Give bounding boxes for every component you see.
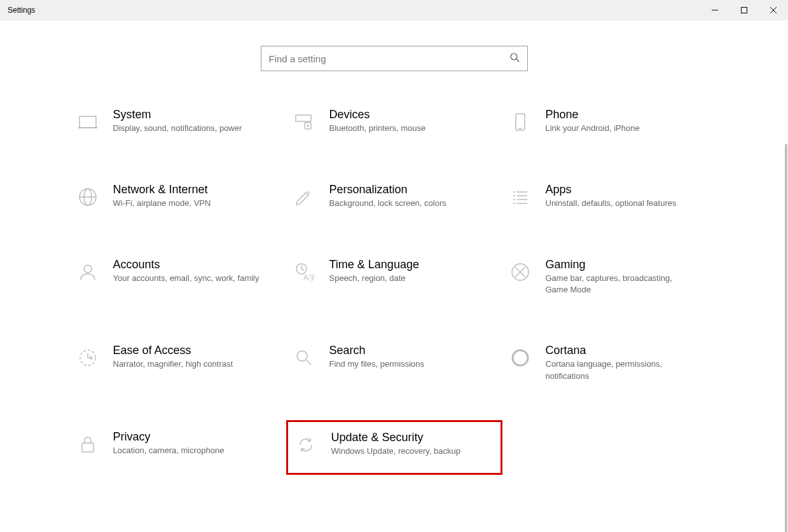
tile-desc: Link your Android, iPhone	[546, 123, 640, 134]
tile-desc: Windows Update, recovery, backup	[331, 446, 461, 457]
tile-cortana[interactable]: Cortana Cortana language, permissions, n…	[502, 339, 719, 386]
svg-point-10	[307, 125, 308, 126]
update-icon	[293, 432, 319, 458]
svg-point-25	[84, 265, 92, 273]
tile-title: System	[113, 108, 242, 121]
person-icon	[75, 259, 100, 285]
apps-icon	[508, 184, 533, 210]
system-icon	[75, 109, 100, 135]
maximize-icon	[741, 7, 747, 13]
tile-phone[interactable]: Phone Link your Android, iPhone	[502, 103, 719, 140]
tile-title: Apps	[546, 183, 677, 196]
close-icon	[770, 7, 777, 13]
tile-desc: Cortana language, permissions, notificat…	[546, 358, 692, 381]
scrollbar[interactable]	[785, 144, 787, 532]
svg-line-16	[307, 191, 310, 194]
tile-desc: Your accounts, email, sync, work, family	[113, 273, 259, 284]
tile-privacy[interactable]: Privacy Location, camera, microphone	[70, 425, 286, 463]
tile-desc: Game bar, captures, broadcasting, Game M…	[546, 273, 692, 296]
xbox-icon	[508, 259, 533, 285]
svg-line-5	[516, 59, 519, 62]
search-input[interactable]	[269, 53, 509, 64]
svg-line-33	[306, 360, 311, 365]
tile-title: Privacy	[113, 430, 225, 444]
time-language-icon: A字	[291, 259, 317, 285]
tile-desc: Background, lock screen, colors	[329, 198, 446, 209]
window-title: Settings	[8, 6, 35, 15]
tile-title: Search	[329, 344, 425, 357]
svg-rect-8	[296, 115, 311, 121]
lock-icon	[75, 432, 100, 457]
svg-rect-11	[516, 114, 525, 130]
devices-icon	[291, 109, 317, 135]
svg-rect-1	[742, 7, 747, 13]
tile-desc: Narrator, magnifier, high contrast	[113, 358, 233, 370]
tile-desc: Bluetooth, printers, mouse	[329, 123, 426, 134]
tile-title: Phone	[546, 108, 640, 121]
tile-title: Network & Internet	[113, 183, 211, 196]
tile-desc: Find my files, permissions	[329, 358, 425, 370]
tile-gaming[interactable]: Gaming Game bar, captures, broadcasting,…	[502, 253, 719, 301]
tile-update-security[interactable]: Update & Security Windows Update, recove…	[286, 420, 502, 475]
tile-accounts[interactable]: Accounts Your accounts, email, sync, wor…	[70, 253, 286, 301]
tile-desc: Wi-Fi, airplane mode, VPN	[113, 198, 211, 209]
tile-title: Personalization	[329, 183, 446, 196]
tile-title: Gaming	[546, 258, 692, 271]
svg-point-32	[297, 351, 307, 361]
tile-desc: Speech, region, date	[329, 273, 419, 284]
tile-title: Cortana	[546, 344, 692, 357]
tile-desc: Location, camera, microphone	[113, 445, 225, 456]
titlebar: Settings	[0, 0, 788, 20]
search-box[interactable]	[261, 46, 528, 71]
ease-of-access-icon	[75, 345, 100, 371]
search-icon	[291, 345, 317, 371]
tile-devices[interactable]: Devices Bluetooth, printers, mouse	[286, 103, 502, 140]
tile-ease-of-access[interactable]: Ease of Access Narrator, magnifier, high…	[70, 339, 286, 386]
tile-personalization[interactable]: Personalization Background, lock screen,…	[286, 178, 502, 215]
minimize-icon	[712, 7, 718, 13]
close-button[interactable]	[759, 0, 788, 20]
content-area: System Display, sound, notifications, po…	[0, 20, 788, 532]
paintbrush-icon	[291, 184, 317, 210]
tile-apps[interactable]: Apps Uninstall, defaults, optional featu…	[502, 178, 719, 215]
cortana-icon	[508, 345, 533, 371]
svg-point-34	[513, 350, 528, 365]
minimize-button[interactable]	[700, 0, 729, 20]
svg-text:A字: A字	[303, 273, 315, 282]
tile-desc: Uninstall, defaults, optional features	[546, 198, 677, 209]
svg-line-28	[301, 269, 304, 270]
tile-search[interactable]: Search Find my files, permissions	[286, 339, 502, 386]
tile-title: Devices	[329, 108, 426, 121]
search-container	[0, 20, 788, 103]
svg-rect-6	[79, 116, 96, 128]
svg-rect-35	[82, 443, 93, 452]
tile-title: Ease of Access	[113, 344, 233, 357]
tile-title: Time & Language	[329, 258, 419, 271]
svg-point-4	[511, 53, 517, 60]
search-icon	[509, 52, 520, 65]
window-controls	[700, 0, 788, 20]
tile-system[interactable]: System Display, sound, notifications, po…	[70, 103, 286, 140]
tile-desc: Display, sound, notifications, power	[113, 123, 242, 134]
settings-grid: System Display, sound, notifications, po…	[0, 103, 788, 501]
tile-network-internet[interactable]: Network & Internet Wi-Fi, airplane mode,…	[70, 178, 286, 215]
tile-title: Accounts	[113, 258, 259, 271]
phone-icon	[508, 109, 533, 135]
globe-icon	[75, 184, 100, 210]
tile-time-language[interactable]: A字 Time & Language Speech, region, date	[286, 253, 502, 301]
tile-title: Update & Security	[331, 431, 461, 444]
maximize-button[interactable]	[729, 0, 759, 20]
